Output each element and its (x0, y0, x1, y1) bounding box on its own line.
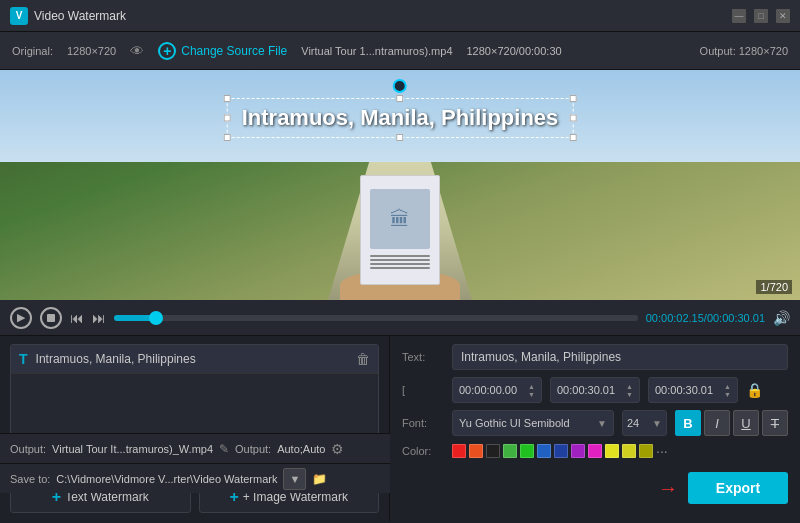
output-label1: Output: (10, 443, 46, 455)
bold-button[interactable]: B (675, 410, 701, 436)
preview-eye-icon[interactable]: 👁 (130, 43, 144, 59)
export-button[interactable]: Export (688, 472, 788, 504)
building-image: 🏛 (370, 189, 430, 249)
color-swatch-red[interactable] (452, 444, 466, 458)
end-time-down[interactable]: ▼ (626, 391, 633, 398)
edit-output-icon[interactable]: ✎ (219, 442, 229, 456)
duration-down[interactable]: ▼ (724, 391, 731, 398)
window-controls: — □ ✕ (732, 9, 790, 23)
minimize-button[interactable]: — (732, 9, 746, 23)
prev-frame-button[interactable]: ⏮ (70, 310, 84, 326)
end-time-value: 00:00:30.01 (557, 384, 615, 396)
change-source-button[interactable]: + Change Source File (158, 42, 287, 60)
duration-up[interactable]: ▲ (724, 383, 731, 390)
color-swatch-olive[interactable] (639, 444, 653, 458)
font-value: Yu Gothic UI Semibold (459, 417, 570, 429)
font-property-label: Font: (402, 417, 444, 429)
font-select-dropdown[interactable]: Yu Gothic UI Semibold ▼ (452, 410, 614, 436)
app-title: Video Watermark (34, 9, 126, 23)
color-swatch-yellow2[interactable] (622, 444, 636, 458)
title-bar: V Video Watermark — □ ✕ (0, 0, 800, 32)
time-display: 00:00:02.15/00:00:30.01 (646, 312, 765, 324)
play-button[interactable]: ▶ (10, 307, 32, 329)
size-dropdown-arrow: ▼ (652, 418, 662, 429)
left-panel: T Intramuos, Manila, Philippines 🗑 + Tex… (0, 336, 390, 521)
resize-handle-bm[interactable] (396, 134, 403, 141)
close-button[interactable]: ✕ (776, 9, 790, 23)
text-property-row: Text: (402, 344, 788, 370)
end-time-up[interactable]: ▲ (626, 383, 633, 390)
color-swatch-green2[interactable] (520, 444, 534, 458)
color-swatch-purple2[interactable] (588, 444, 602, 458)
timeline-thumb[interactable] (149, 311, 163, 325)
color-swatch-green1[interactable] (503, 444, 517, 458)
output-label2: Output: (235, 443, 271, 455)
stop-button[interactable] (40, 307, 62, 329)
font-size-value: 24 (627, 417, 639, 429)
timeline-track[interactable] (114, 315, 638, 321)
resize-handle-tm[interactable] (396, 95, 403, 102)
underline-button[interactable]: U (733, 410, 759, 436)
stop-icon (47, 314, 55, 322)
settings-gear-icon[interactable]: ⚙ (331, 441, 344, 457)
output-file-value: Virtual Tour It...tramuros)_W.mp4 (52, 443, 213, 455)
lock-icon[interactable]: 🔒 (746, 382, 763, 398)
start-time-field[interactable]: 00:00:00.00 ▲ ▼ (452, 377, 542, 403)
format-buttons: B I U T̶ (675, 410, 788, 436)
add-circle-icon: + (158, 42, 176, 60)
text-type-icon: T (19, 351, 28, 367)
start-time-down[interactable]: ▼ (528, 391, 535, 398)
color-swatch-yellow1[interactable] (605, 444, 619, 458)
original-resolution: 1280×720 (67, 45, 116, 57)
volume-icon[interactable]: 🔊 (773, 310, 790, 326)
dropdown-arrow-icon: ▼ (289, 473, 300, 485)
save-path-value: C:\Vidmore\Vidmore V...rter\Video Waterm… (56, 473, 277, 485)
file-info: 1280×720/00:00:30 (467, 45, 562, 57)
watermark-item-label: Intramuos, Manila, Philippines (36, 352, 356, 366)
color-swatch-blue1[interactable] (537, 444, 551, 458)
output-row: Output: Virtual Tour It...tramuros)_W.mp… (0, 433, 390, 463)
playback-bar: ▶ ⏮ ⏭ 00:00:02.15/00:00:30.01 🔊 (0, 300, 800, 336)
file-name: Virtual Tour 1...ntramuros).mp4 (301, 45, 452, 57)
card-lines (370, 253, 430, 271)
color-swatches: ··· (452, 443, 668, 459)
text-input-field[interactable] (452, 344, 788, 370)
delete-watermark-icon[interactable]: 🗑 (356, 351, 370, 367)
color-swatch-black[interactable] (486, 444, 500, 458)
resize-handle-tr[interactable] (569, 95, 576, 102)
color-swatch-blue2[interactable] (554, 444, 568, 458)
text-property-label: Text: (402, 351, 444, 363)
duration-field[interactable]: 00:00:30.01 ▲ ▼ (648, 377, 738, 403)
next-frame-button[interactable]: ⏭ (92, 310, 106, 326)
watermark-list-item[interactable]: T Intramuos, Manila, Philippines 🗑 (11, 345, 378, 374)
end-time-field[interactable]: 00:00:30.01 ▲ ▼ (550, 377, 640, 403)
color-property-label: Color: (402, 445, 444, 457)
video-timestamp: 1/720 (756, 280, 792, 294)
watermark-overlay[interactable]: Intramuos, Manila, Philippines (227, 98, 574, 138)
rotate-handle[interactable] (393, 79, 407, 93)
resize-handle-bl[interactable] (224, 134, 231, 141)
save-path-dropdown[interactable]: ▼ (283, 468, 306, 490)
export-area: → Export (600, 463, 800, 513)
save-to-label: Save to: (10, 473, 50, 485)
resize-handle-mr[interactable] (569, 115, 576, 122)
color-swatch-orange[interactable] (469, 444, 483, 458)
start-time-value: 00:00:00.00 (459, 384, 517, 396)
color-swatch-purple1[interactable] (571, 444, 585, 458)
color-property-row: Color: ··· (402, 443, 788, 459)
resize-handle-ml[interactable] (224, 115, 231, 122)
font-property-row: Font: Yu Gothic UI Semibold ▼ 24 ▼ B I U… (402, 410, 788, 436)
watermark-text-display: Intramuos, Manila, Philippines (242, 105, 559, 130)
duration-value: 00:00:30.01 (655, 384, 713, 396)
time-property-row: [ 00:00:00.00 ▲ ▼ 00:00:30.01 ▲ ▼ 00:00:… (402, 377, 788, 403)
italic-button[interactable]: I (704, 410, 730, 436)
more-colors-button[interactable]: ··· (656, 443, 668, 459)
font-size-dropdown[interactable]: 24 ▼ (622, 410, 667, 436)
folder-browse-icon[interactable]: 📁 (312, 472, 327, 486)
export-arrow-hint: → (658, 477, 678, 500)
start-time-up[interactable]: ▲ (528, 383, 535, 390)
resize-handle-tl[interactable] (224, 95, 231, 102)
resize-handle-br[interactable] (569, 134, 576, 141)
strikethrough-button[interactable]: T̶ (762, 410, 788, 436)
maximize-button[interactable]: □ (754, 9, 768, 23)
